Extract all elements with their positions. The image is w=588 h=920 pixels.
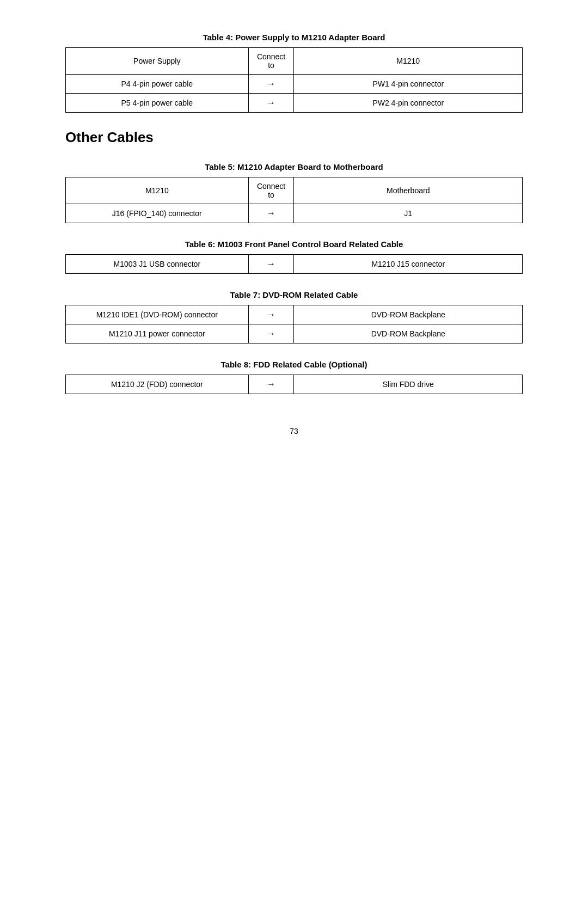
table-row: J16 (FPIO_140) connector → J1 bbox=[66, 204, 523, 223]
table6-row1-col1: M1003 J1 USB connector bbox=[66, 255, 249, 274]
table5-row1-col2: → bbox=[248, 204, 294, 223]
table7-row1-col3: DVD-ROM Backplane bbox=[294, 305, 523, 324]
table4: Power Supply Connect to M1210 P4 4-pin p… bbox=[65, 47, 523, 113]
table8-title: Table 8: FDD Related Cable (Optional) bbox=[65, 360, 523, 369]
table7-row1-col2: → bbox=[248, 305, 294, 324]
table-row: P5 4-pin power cable → PW2 4-pin connect… bbox=[66, 94, 523, 113]
table8-row1-col2: → bbox=[248, 375, 294, 394]
table-row: M1210 J2 (FDD) connector → Slim FDD driv… bbox=[66, 375, 523, 394]
table6-title: Table 6: M1003 Front Panel Control Board… bbox=[65, 240, 523, 249]
table8: M1210 J2 (FDD) connector → Slim FDD driv… bbox=[65, 375, 523, 394]
table5: M1210 Connect to Motherboard J16 (FPIO_1… bbox=[65, 177, 523, 223]
table7-row2-col2: → bbox=[248, 324, 294, 344]
table6-row1-col2: → bbox=[248, 255, 294, 274]
table7-row2-col3: DVD-ROM Backplane bbox=[294, 324, 523, 344]
table4-row1-col1: P4 4-pin power cable bbox=[66, 75, 249, 94]
table5-header-col3: Motherboard bbox=[294, 177, 523, 204]
table5-row1-col3: J1 bbox=[294, 204, 523, 223]
table6-row1-col3: M1210 J15 connector bbox=[294, 255, 523, 274]
table4-row2-col1: P5 4-pin power cable bbox=[66, 94, 249, 113]
table7-row1-col1: M1210 IDE1 (DVD-ROM) connector bbox=[66, 305, 249, 324]
table-row: P4 4-pin power cable → PW1 4-pin connect… bbox=[66, 75, 523, 94]
table4-header-col1: Power Supply bbox=[66, 48, 249, 75]
table8-row1-col1: M1210 J2 (FDD) connector bbox=[66, 375, 249, 394]
table4-row2-col3: PW2 4-pin connector bbox=[294, 94, 523, 113]
table4-row1-col2: → bbox=[248, 75, 294, 94]
table4-header-col2: Connect to bbox=[248, 48, 294, 75]
page-number: 73 bbox=[65, 427, 523, 436]
table6: M1003 J1 USB connector → M1210 J15 conne… bbox=[65, 254, 523, 274]
table-row: M1210 IDE1 (DVD-ROM) connector → DVD-ROM… bbox=[66, 305, 523, 324]
table7-title: Table 7: DVD-ROM Related Cable bbox=[65, 290, 523, 299]
section-heading: Other Cables bbox=[65, 129, 523, 146]
table5-title: Table 5: M1210 Adapter Board to Motherbo… bbox=[65, 162, 523, 171]
table7: M1210 IDE1 (DVD-ROM) connector → DVD-ROM… bbox=[65, 305, 523, 344]
table5-header-col1: M1210 bbox=[66, 177, 249, 204]
table7-row2-col1: M1210 J11 power connector bbox=[66, 324, 249, 344]
table4-title: Table 4: Power Supply to M1210 Adapter B… bbox=[65, 33, 523, 42]
table4-header-col3: M1210 bbox=[294, 48, 523, 75]
table5-header-col2: Connect to bbox=[248, 177, 294, 204]
table-row: M1003 J1 USB connector → M1210 J15 conne… bbox=[66, 255, 523, 274]
table8-row1-col3: Slim FDD drive bbox=[294, 375, 523, 394]
table5-row1-col1: J16 (FPIO_140) connector bbox=[66, 204, 249, 223]
table4-row2-col2: → bbox=[248, 94, 294, 113]
table4-row1-col3: PW1 4-pin connector bbox=[294, 75, 523, 94]
table-row: M1210 J11 power connector → DVD-ROM Back… bbox=[66, 324, 523, 344]
